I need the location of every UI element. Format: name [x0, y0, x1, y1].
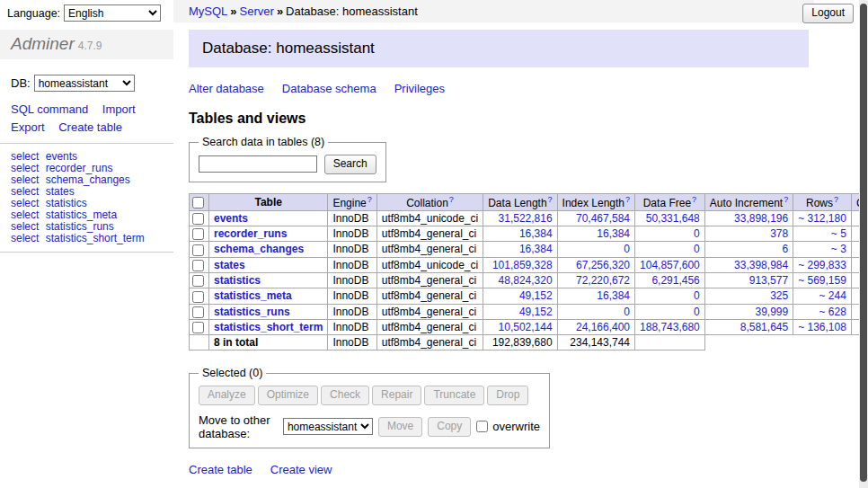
select-link-statistics-short-term[interactable]: select: [11, 232, 39, 244]
auto-increment-link[interactable]: 913,577: [749, 274, 788, 287]
rows-count-link[interactable]: ~ 5: [831, 227, 846, 240]
table-link-states[interactable]: states: [46, 185, 75, 198]
sidebar-link-sql-command[interactable]: SQL command: [11, 102, 88, 116]
table-link-recorder-runs[interactable]: recorder_runs: [214, 227, 287, 240]
help-icon[interactable]: ?: [834, 195, 838, 204]
help-icon[interactable]: ?: [449, 195, 454, 204]
app-logo[interactable]: Adminer4.7.9: [0, 30, 173, 59]
auto-increment-link[interactable]: 33,898,196: [734, 212, 788, 225]
index-length-link[interactable]: 70,467,584: [576, 212, 630, 225]
logout-button[interactable]: Logout: [802, 4, 854, 23]
data-free-link[interactable]: 0: [694, 243, 700, 255]
rows-count-link[interactable]: ~ 569,159: [798, 274, 846, 287]
auto-increment-link[interactable]: 39,999: [755, 306, 788, 318]
help-icon[interactable]: ?: [784, 195, 788, 204]
language-select[interactable]: English: [64, 4, 161, 22]
database-schema-link[interactable]: Database schema: [282, 82, 376, 95]
optimize-button[interactable]: Optimize: [258, 386, 318, 405]
analyze-button[interactable]: Analyze: [199, 386, 255, 405]
table-link-schema-changes[interactable]: schema_changes: [46, 173, 130, 186]
index-length-link[interactable]: 0: [624, 243, 630, 255]
create-view-link[interactable]: Create view: [270, 463, 332, 476]
data-free-link[interactable]: 6,291,456: [651, 274, 699, 287]
data-length-link[interactable]: 49,152: [519, 289, 553, 302]
row-checkbox-statistics-runs[interactable]: [192, 306, 204, 318]
db-select[interactable]: homeassistant: [34, 75, 135, 92]
breadcrumb-mysql-link[interactable]: MySQL: [189, 4, 227, 18]
row-checkbox-states[interactable]: [192, 260, 204, 271]
row-checkbox-statistics-short-term[interactable]: [192, 322, 204, 333]
row-checkbox-schema-changes[interactable]: [192, 244, 204, 256]
select-link-statistics[interactable]: select: [11, 197, 39, 209]
alter-database-link[interactable]: Alter database: [189, 82, 264, 95]
select-link-recorder-runs[interactable]: select: [11, 162, 39, 174]
table-link-statistics-runs[interactable]: statistics_runs: [214, 306, 290, 318]
drop-button[interactable]: Drop: [487, 386, 528, 405]
repair-button[interactable]: Repair: [372, 386, 421, 405]
select-link-states[interactable]: select: [11, 185, 39, 198]
rows-count-link[interactable]: ~ 136,108: [798, 321, 846, 333]
data-length-link[interactable]: 10,502,144: [499, 321, 553, 333]
index-length-link[interactable]: 67,256,320: [576, 259, 630, 271]
table-link-states[interactable]: states: [214, 259, 245, 271]
select-link-statistics-meta[interactable]: select: [11, 209, 39, 221]
search-button[interactable]: Search: [324, 155, 376, 174]
auto-increment-link[interactable]: 6: [782, 243, 788, 255]
auto-increment-link[interactable]: 8,581,645: [740, 321, 788, 333]
privileges-link[interactable]: Privileges: [394, 82, 445, 95]
data-length-link[interactable]: 49,152: [519, 306, 553, 318]
row-checkbox-events[interactable]: [192, 213, 204, 225]
scrollbar[interactable]: [859, 0, 868, 488]
table-link-statistics[interactable]: statistics: [214, 274, 261, 287]
data-free-link[interactable]: 50,331,648: [646, 212, 700, 225]
select-all-checkbox[interactable]: [192, 197, 204, 209]
index-length-link[interactable]: 16,384: [597, 227, 630, 240]
data-free-link[interactable]: 188,743,680: [640, 321, 700, 333]
table-link-events[interactable]: events: [46, 150, 77, 163]
move-db-select[interactable]: homeassistant: [283, 418, 373, 435]
help-icon[interactable]: ?: [548, 195, 553, 204]
check-button[interactable]: Check: [321, 386, 369, 405]
rows-count-link[interactable]: ~ 3: [831, 243, 846, 255]
sidebar-link-import[interactable]: Import: [102, 102, 136, 116]
table-link-recorder-runs[interactable]: recorder_runs: [46, 162, 113, 174]
rows-count-link[interactable]: ~ 312,180: [798, 212, 846, 225]
sidebar-link-export[interactable]: Export: [11, 120, 45, 134]
table-link-statistics[interactable]: statistics: [46, 197, 87, 209]
data-length-link[interactable]: 48,824,320: [499, 274, 553, 287]
row-checkbox-statistics[interactable]: [192, 275, 204, 287]
table-link-statistics-meta[interactable]: statistics_meta: [46, 209, 117, 221]
data-free-link[interactable]: 0: [694, 289, 700, 302]
copy-button[interactable]: Copy: [428, 417, 471, 437]
data-length-link[interactable]: 16,384: [519, 243, 553, 255]
rows-count-link[interactable]: ~ 244: [819, 289, 846, 302]
truncate-button[interactable]: Truncate: [424, 386, 484, 405]
scrollbar-thumb[interactable]: [860, 4, 867, 482]
table-link-statistics-runs[interactable]: statistics_runs: [46, 220, 114, 233]
table-link-schema-changes[interactable]: schema_changes: [214, 243, 304, 255]
help-icon[interactable]: ?: [368, 195, 372, 204]
data-free-link[interactable]: 104,857,600: [640, 259, 700, 271]
data-length-link[interactable]: 16,384: [519, 227, 553, 240]
table-link-statistics-short-term[interactable]: statistics_short_term: [46, 232, 145, 244]
index-length-link[interactable]: 72,220,672: [576, 274, 630, 287]
index-length-link[interactable]: 16,384: [597, 289, 630, 302]
data-length-link[interactable]: 101,859,328: [492, 259, 553, 271]
select-link-schema-changes[interactable]: select: [11, 173, 39, 186]
auto-increment-link[interactable]: 325: [770, 289, 788, 302]
auto-increment-link[interactable]: 378: [770, 227, 788, 240]
index-length-link[interactable]: 0: [624, 306, 630, 318]
sidebar-link-create-table[interactable]: Create table: [58, 120, 122, 134]
row-checkbox-recorder-runs[interactable]: [192, 228, 204, 240]
overwrite-checkbox[interactable]: [476, 421, 488, 432]
move-button[interactable]: Move: [378, 417, 422, 437]
rows-count-link[interactable]: ~ 628: [819, 306, 846, 318]
help-icon[interactable]: ?: [625, 195, 630, 204]
breadcrumb-server-link[interactable]: Server: [240, 4, 274, 18]
data-free-link[interactable]: 0: [694, 306, 700, 318]
table-link-statistics-short-term[interactable]: statistics_short_term: [214, 321, 323, 333]
table-link-events[interactable]: events: [214, 212, 248, 225]
select-link-statistics-runs[interactable]: select: [11, 220, 39, 233]
index-length-link[interactable]: 24,166,400: [576, 321, 630, 333]
table-link-statistics-meta[interactable]: statistics_meta: [214, 289, 292, 302]
